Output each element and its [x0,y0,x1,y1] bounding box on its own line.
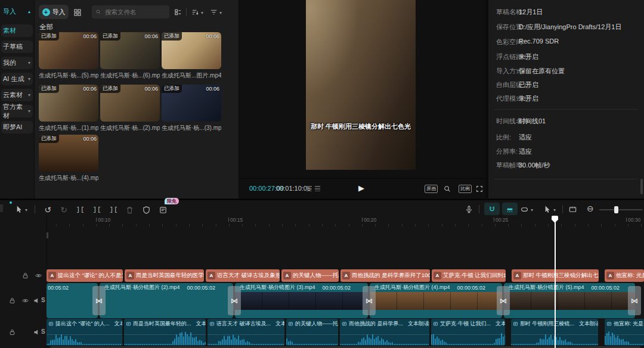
solo-button[interactable]: S [41,328,45,335]
frame-step-icon[interactable] [315,186,320,191]
audio-clip[interactable]: 而是当时英国最年轻的...文本朗读 [124,319,206,346]
video-clip[interactable]: 生成托马斯·杨分镜图片 (5).mp400:00:05:02 [504,283,635,318]
text-clip-label: 语言天才 破译古埃及象形文字 [217,272,280,279]
sidebar-item-official[interactable]: 官方素材 ▾ [1,105,33,117]
chevron-down-icon[interactable]: ▾ [219,10,222,15]
lock-icon[interactable] [21,272,29,279]
sidebar-item-subdraft[interactable]: 子草稿 [1,41,33,53]
transition-marker[interactable]: ⋈ [228,286,241,315]
text-clip[interactable]: A 的关键人物——托马斯 [281,269,339,282]
filter-icon[interactable] [209,8,218,17]
timeline-zoom-handle[interactable] [614,206,618,213]
media-card-thumbnail[interactable]: 已添加 00:06 [162,85,221,122]
sidebar-item-material[interactable]: 素材 [1,24,33,37]
media-card-thumbnail[interactable]: 已添加 00:06 [100,32,160,69]
text-clip[interactable]: A 提出这个 “谬论” 的人不是无名 [47,269,123,282]
import-button[interactable]: + 导入 [39,5,69,19]
video-clip[interactable]: 生成托马斯·杨分镜图片 (3).mp400:00:05:02 [235,283,368,318]
record-voiceover-icon[interactable] [465,205,473,214]
speaker-icon[interactable] [33,328,41,336]
linked-select-icon[interactable] [543,205,552,214]
timeline-zoom-slider[interactable] [599,209,642,210]
sort-icon[interactable] [191,8,200,17]
text-clip-icon: A [48,272,56,279]
eye-icon[interactable] [21,297,29,304]
frame-step-icon[interactable] [306,186,312,191]
audio-clip[interactable]: 提出这个 “谬论” 的人...文本朗读 [47,319,122,346]
fullscreen-icon[interactable] [475,185,484,193]
sidebar-item-ai-generate[interactable]: AI 生成 ▾ [1,73,33,85]
transition-marker[interactable]: ⋈ [92,286,106,315]
select-tool-icon[interactable] [14,205,23,214]
audio-clip-tts-label: 文本朗读 [114,320,123,328]
play-button[interactable]: ▶ [358,184,364,192]
eye-icon[interactable] [35,272,42,279]
duration-badge: 00:06 [144,86,158,92]
audio-clip[interactable]: 而他挑战的 是科学界...文本朗读 播音男 [340,319,429,346]
delete-right-button[interactable]: ][ [108,204,120,216]
zoom-focus-icon[interactable] [443,185,451,193]
sidebar-item-import[interactable]: 导入 ▴ [1,5,33,18]
text-clip[interactable]: A 语言天才 破译古埃及象形文字 [206,269,280,282]
text-clip[interactable]: A 艾萨克·牛顿 让我们回到17世纪 [432,269,506,282]
transition-marker[interactable]: ⋈ [497,286,510,315]
magnetic-snap-toggle[interactable] [484,203,500,215]
media-card-thumbnail[interactable]: 已添加 00:06 [39,135,98,172]
speaker-icon[interactable] [33,297,41,304]
chevron-down-icon[interactable]: ▾ [553,207,556,213]
quality-button[interactable]: 原画 [425,185,438,193]
media-card-thumbnail[interactable]: 已添加 00:06 [100,85,160,122]
lock-icon[interactable] [8,328,16,336]
text-clip[interactable]: A 他宣称: 光是 [605,269,644,282]
search-box[interactable] [92,5,169,18]
audio-clip[interactable]: 语言天才 破译古埃及...文本朗读 [208,319,284,346]
scrollbar-thumb[interactable] [640,179,643,194]
lock-icon[interactable] [8,297,16,304]
video-clip[interactable]: 生成托马斯·杨分镜图片 (4).mp400:00:05:02 [370,283,502,318]
plus-icon: + [42,8,50,16]
audio-clip[interactable]: 的关键人物——托马斯 [286,319,338,346]
sidebar-item-dreamina[interactable]: 即梦AI [1,121,33,133]
sidebar-item-label: 云素材 [3,91,23,100]
added-badge: 已添加 [162,85,182,93]
video-clip[interactable]: 生成托马斯·杨分镜图片 (2).mp400:00:05:02 [100,283,233,318]
solo-button[interactable]: S [41,297,45,303]
playhead-line[interactable] [555,216,556,348]
text-template-icon[interactable] [159,206,168,215]
preview-axis-icon[interactable] [568,205,577,214]
split-clip-button[interactable]: ][ [75,204,86,216]
search-input[interactable] [104,8,166,16]
sidebar-item-cloud[interactable]: 云素材 ▾ [1,89,33,101]
video-clip[interactable]: 00:05:02 [47,283,98,318]
media-card-thumbnail[interactable]: 已添加 00:06 [162,32,221,69]
chevron-down-icon[interactable]: ▾ [531,207,533,213]
text-clip[interactable]: A 而是当时英国最年轻的医学教授 [125,269,204,282]
filter-all-label[interactable]: 全部 [39,23,53,32]
media-card-thumbnail[interactable]: 已添加 00:06 [39,85,98,122]
ratio-button[interactable]: 比例 [459,185,472,193]
transition-marker[interactable]: ⋈ [628,286,641,315]
transition-marker[interactable]: ⋈ [363,286,376,315]
chevron-down-icon[interactable]: ▾ [201,10,203,15]
grid-view-icon[interactable] [73,8,82,17]
redo-button[interactable]: ↻ [58,204,70,216]
compact-view-icon[interactable] [174,8,182,17]
media-card-thumbnail[interactable]: 已添加 00:06 [39,32,98,69]
auto-snap-toggle[interactable] [502,203,518,215]
mask-icon[interactable] [142,206,151,215]
delete-icon[interactable] [125,206,134,215]
audio-clip[interactable]: 他宣称: 光是 [605,319,644,346]
sidebar-item-mine[interactable]: 我的 ▾ [1,57,33,69]
zoom-out-button[interactable]: ⊖ [587,204,594,213]
audio-clip[interactable]: 艾萨克·牛顿 让我们...文本朗读 播 [431,319,505,346]
link-clips-icon[interactable] [520,205,529,214]
delete-left-button[interactable]: ][ [91,204,103,216]
undo-button[interactable]: ↺ [42,204,54,216]
chevron-down-icon[interactable]: ▾ [25,207,27,213]
duration-badge: 00:06 [83,136,97,142]
audio-waveform [47,327,122,345]
partial-icon[interactable] [0,204,3,212]
prop-value: 保留在原有位置 [519,67,565,76]
collapsed-track-indicator[interactable] [47,232,48,238]
text-clip[interactable]: A 而他挑战的 是科学界崇拜了100年的神: [340,269,430,282]
